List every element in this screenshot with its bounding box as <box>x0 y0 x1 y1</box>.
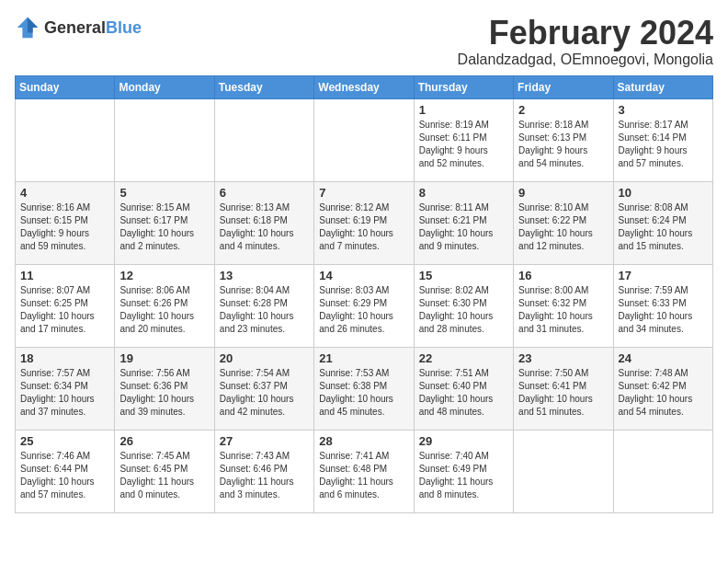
day-number: 29 <box>419 434 508 448</box>
calendar-cell: 19Sunrise: 7:56 AM Sunset: 6:36 PM Dayli… <box>115 347 214 430</box>
calendar-cell: 26Sunrise: 7:45 AM Sunset: 6:45 PM Dayli… <box>115 430 214 512</box>
day-number: 18 <box>20 351 109 365</box>
calendar-cell: 29Sunrise: 7:40 AM Sunset: 6:49 PM Dayli… <box>414 430 513 512</box>
day-number: 17 <box>619 269 708 282</box>
day-info: Sunrise: 7:41 AM Sunset: 6:48 PM Dayligh… <box>319 450 408 501</box>
location-subtitle: Dalandzadgad, OEmnoegovi, Mongolia <box>458 52 713 68</box>
day-info: Sunrise: 8:04 AM Sunset: 6:28 PM Dayligh… <box>220 284 309 336</box>
calendar-cell: 5Sunrise: 8:15 AM Sunset: 6:17 PM Daylig… <box>115 181 214 264</box>
day-info: Sunrise: 7:40 AM Sunset: 6:49 PM Dayligh… <box>419 450 508 501</box>
day-number: 27 <box>220 434 309 448</box>
calendar-header-row: SundayMondayTuesdayWednesdayThursdayFrid… <box>16 75 713 98</box>
day-info: Sunrise: 7:59 AM Sunset: 6:33 PM Dayligh… <box>619 284 708 336</box>
day-info: Sunrise: 7:48 AM Sunset: 6:42 PM Dayligh… <box>619 367 708 419</box>
day-info: Sunrise: 7:43 AM Sunset: 6:46 PM Dayligh… <box>220 450 309 501</box>
calendar-week-row: 18Sunrise: 7:57 AM Sunset: 6:34 PM Dayli… <box>16 347 713 430</box>
calendar-cell: 4Sunrise: 8:16 AM Sunset: 6:15 PM Daylig… <box>16 181 115 264</box>
day-info: Sunrise: 8:19 AM Sunset: 6:11 PM Dayligh… <box>419 119 508 170</box>
calendar-week-row: 25Sunrise: 7:46 AM Sunset: 6:44 PM Dayli… <box>16 430 713 512</box>
day-number: 7 <box>319 186 408 200</box>
column-header-thursday: Thursday <box>414 75 513 98</box>
day-info: Sunrise: 8:03 AM Sunset: 6:29 PM Dayligh… <box>319 284 408 336</box>
calendar-cell <box>514 430 613 512</box>
calendar-cell <box>613 430 712 512</box>
calendar-cell: 13Sunrise: 8:04 AM Sunset: 6:28 PM Dayli… <box>214 264 313 347</box>
day-number: 15 <box>419 269 508 282</box>
logo: GeneralBlue <box>15 15 142 40</box>
logo-blue: Blue <box>106 18 142 37</box>
page-header: GeneralBlue February 2024 Dalandzadgad, … <box>15 15 713 68</box>
calendar-cell: 1Sunrise: 8:19 AM Sunset: 6:11 PM Daylig… <box>414 98 513 181</box>
calendar-cell: 10Sunrise: 8:08 AM Sunset: 6:24 PM Dayli… <box>613 181 712 264</box>
day-number: 8 <box>419 186 508 200</box>
calendar-cell: 12Sunrise: 8:06 AM Sunset: 6:26 PM Dayli… <box>115 264 214 347</box>
day-number: 10 <box>619 186 708 200</box>
calendar-week-row: 4Sunrise: 8:16 AM Sunset: 6:15 PM Daylig… <box>16 181 713 264</box>
column-header-tuesday: Tuesday <box>214 75 313 98</box>
calendar-cell: 15Sunrise: 8:02 AM Sunset: 6:30 PM Dayli… <box>414 264 513 347</box>
calendar-cell <box>314 98 414 181</box>
day-info: Sunrise: 7:57 AM Sunset: 6:34 PM Dayligh… <box>20 367 109 419</box>
day-number: 5 <box>119 186 209 200</box>
logo-text: GeneralBlue <box>44 18 142 38</box>
day-number: 12 <box>119 269 209 282</box>
day-info: Sunrise: 7:56 AM Sunset: 6:36 PM Dayligh… <box>119 367 209 419</box>
day-number: 22 <box>419 351 508 365</box>
day-number: 16 <box>518 269 608 282</box>
day-info: Sunrise: 8:02 AM Sunset: 6:30 PM Dayligh… <box>419 284 508 336</box>
day-number: 19 <box>119 351 209 365</box>
day-info: Sunrise: 7:50 AM Sunset: 6:41 PM Dayligh… <box>518 367 608 419</box>
title-block: February 2024 Dalandzadgad, OEmnoegovi, … <box>458 15 713 68</box>
calendar-cell: 17Sunrise: 7:59 AM Sunset: 6:33 PM Dayli… <box>613 264 712 347</box>
calendar-cell <box>115 98 214 181</box>
calendar-cell: 24Sunrise: 7:48 AM Sunset: 6:42 PM Dayli… <box>613 347 712 430</box>
calendar-cell <box>214 98 313 181</box>
day-info: Sunrise: 8:10 AM Sunset: 6:22 PM Dayligh… <box>518 201 608 253</box>
day-info: Sunrise: 8:13 AM Sunset: 6:18 PM Dayligh… <box>220 201 309 253</box>
day-info: Sunrise: 8:11 AM Sunset: 6:21 PM Dayligh… <box>419 201 508 253</box>
calendar-week-row: 11Sunrise: 8:07 AM Sunset: 6:25 PM Dayli… <box>16 264 713 347</box>
calendar-cell: 8Sunrise: 8:11 AM Sunset: 6:21 PM Daylig… <box>414 181 513 264</box>
calendar-cell: 21Sunrise: 7:53 AM Sunset: 6:38 PM Dayli… <box>314 347 414 430</box>
logo-icon <box>15 15 40 40</box>
day-info: Sunrise: 7:51 AM Sunset: 6:40 PM Dayligh… <box>419 367 508 419</box>
calendar-cell: 6Sunrise: 8:13 AM Sunset: 6:18 PM Daylig… <box>214 181 313 264</box>
day-info: Sunrise: 8:07 AM Sunset: 6:25 PM Dayligh… <box>20 284 109 336</box>
day-info: Sunrise: 8:15 AM Sunset: 6:17 PM Dayligh… <box>119 201 209 253</box>
day-number: 21 <box>319 351 408 365</box>
calendar-cell: 14Sunrise: 8:03 AM Sunset: 6:29 PM Dayli… <box>314 264 414 347</box>
calendar-cell: 9Sunrise: 8:10 AM Sunset: 6:22 PM Daylig… <box>514 181 613 264</box>
calendar-cell: 3Sunrise: 8:17 AM Sunset: 6:14 PM Daylig… <box>613 98 712 181</box>
day-info: Sunrise: 7:46 AM Sunset: 6:44 PM Dayligh… <box>20 450 109 501</box>
column-header-monday: Monday <box>115 75 214 98</box>
day-number: 24 <box>619 351 708 365</box>
logo-general: General <box>44 18 106 37</box>
day-info: Sunrise: 8:12 AM Sunset: 6:19 PM Dayligh… <box>319 201 408 253</box>
day-info: Sunrise: 8:16 AM Sunset: 6:15 PM Dayligh… <box>20 201 109 253</box>
calendar-cell: 22Sunrise: 7:51 AM Sunset: 6:40 PM Dayli… <box>414 347 513 430</box>
day-info: Sunrise: 8:00 AM Sunset: 6:32 PM Dayligh… <box>518 284 608 336</box>
day-number: 2 <box>518 103 608 117</box>
day-number: 4 <box>20 186 109 200</box>
svg-marker-1 <box>28 17 38 33</box>
day-info: Sunrise: 8:18 AM Sunset: 6:13 PM Dayligh… <box>518 119 608 170</box>
column-header-saturday: Saturday <box>613 75 712 98</box>
day-number: 14 <box>319 269 408 282</box>
calendar-cell: 20Sunrise: 7:54 AM Sunset: 6:37 PM Dayli… <box>214 347 313 430</box>
calendar-cell: 11Sunrise: 8:07 AM Sunset: 6:25 PM Dayli… <box>16 264 115 347</box>
day-info: Sunrise: 7:54 AM Sunset: 6:37 PM Dayligh… <box>220 367 309 419</box>
day-number: 28 <box>319 434 408 448</box>
day-info: Sunrise: 7:45 AM Sunset: 6:45 PM Dayligh… <box>119 450 209 501</box>
column-header-friday: Friday <box>514 75 613 98</box>
calendar-cell <box>16 98 115 181</box>
day-number: 3 <box>619 103 708 117</box>
calendar-cell: 16Sunrise: 8:00 AM Sunset: 6:32 PM Dayli… <box>514 264 613 347</box>
day-number: 25 <box>20 434 109 448</box>
calendar-cell: 25Sunrise: 7:46 AM Sunset: 6:44 PM Dayli… <box>16 430 115 512</box>
day-number: 1 <box>419 103 508 117</box>
calendar-week-row: 1Sunrise: 8:19 AM Sunset: 6:11 PM Daylig… <box>16 98 713 181</box>
calendar-cell: 27Sunrise: 7:43 AM Sunset: 6:46 PM Dayli… <box>214 430 313 512</box>
calendar-cell: 23Sunrise: 7:50 AM Sunset: 6:41 PM Dayli… <box>514 347 613 430</box>
calendar-table: SundayMondayTuesdayWednesdayThursdayFrid… <box>15 75 713 513</box>
day-number: 6 <box>220 186 309 200</box>
